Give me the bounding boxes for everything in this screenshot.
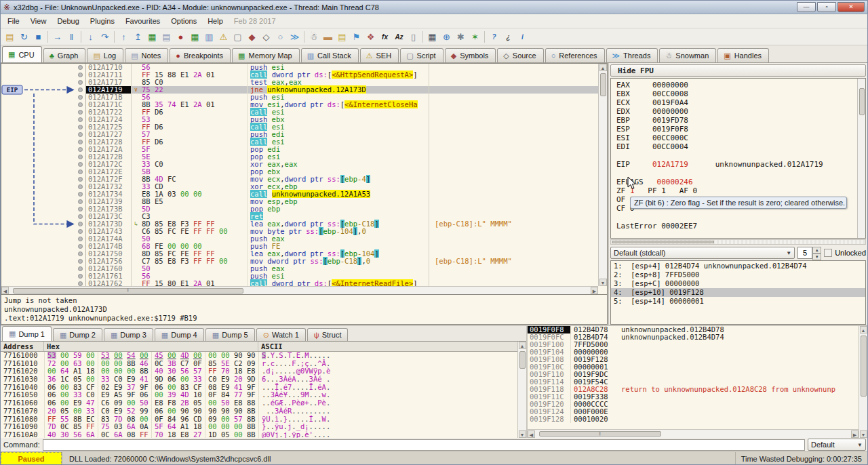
breakpoint-dot[interactable] [78, 73, 83, 77]
argument-row[interactable]: 1: [esp+4] 012B4D74 unknownunpacked.012B… [611, 262, 865, 270]
disasm-gutter[interactable] [1, 198, 86, 205]
menu-options[interactable]: Options [165, 15, 202, 27]
register-line[interactable]: EFLAGS 00000246 [616, 178, 865, 186]
register-line[interactable]: EBP 0019FD78 [616, 116, 865, 125]
registers-pane[interactable]: EAX 00000000EBX 00CC0008ECX 0019F0A4EDX … [610, 78, 866, 239]
stack-hscroll-thumb[interactable]: ⫼ [539, 431, 661, 437]
disasm-gutter[interactable] [1, 116, 86, 123]
stack-pane[interactable]: 0019F0F8012B4D78unknownunpacked.012B4D78… [528, 326, 867, 438]
disasm-gutter[interactable] [1, 243, 86, 250]
breakpoint-dot[interactable] [78, 192, 83, 197]
tab-log[interactable]: ▤Log [87, 48, 123, 62]
source-icon[interactable]: ◇ [259, 30, 273, 44]
restart-icon[interactable]: ↻ [17, 30, 31, 44]
memory-map-icon[interactable]: ▦ [188, 30, 202, 44]
register-line[interactable]: EBX 00CC0008 [616, 89, 865, 98]
settings-icon[interactable]: ✱ [454, 30, 468, 44]
disasm-gutter[interactable] [1, 258, 86, 265]
disasm-gutter[interactable] [1, 168, 86, 176]
breakpoint-dot[interactable] [78, 274, 83, 279]
attach-icon[interactable]: ▯ [406, 30, 420, 44]
tab-source[interactable]: ◇Source [497, 48, 543, 62]
seh-icon[interactable]: ⚠ [216, 30, 231, 44]
breakpoint-dot[interactable] [78, 266, 83, 271]
hex-dump-pane[interactable]: Address Hex ASCII 7716100053 00 59 0053 … [1, 342, 526, 438]
tab-dump-5[interactable]: ▦Dump 5 [205, 328, 255, 341]
disasm-gutter[interactable] [1, 64, 86, 71]
labels-icon[interactable]: ⚑ [349, 30, 363, 44]
scroll-left-icon[interactable]: ◀ [528, 430, 535, 438]
tab-cpu[interactable]: ▦CPU [2, 46, 42, 62]
breakpoint-dot[interactable] [78, 110, 83, 115]
spin-up-icon[interactable]: ▲ [812, 247, 821, 254]
breakpoint-dot[interactable] [78, 169, 83, 174]
args-count-stepper[interactable]: 5 ▲▼ [797, 247, 821, 259]
disasm-gutter[interactable] [1, 250, 86, 258]
breakpoint-dot[interactable] [78, 132, 83, 137]
shortcuts-icon[interactable]: ¿ [501, 30, 515, 44]
comments-icon[interactable]: ▤ [335, 30, 349, 44]
menu-help[interactable]: Help [202, 15, 229, 27]
breakpoint-dot[interactable] [78, 155, 83, 159]
breakpoint-dot[interactable] [78, 65, 83, 70]
close-button[interactable]: ✕ [837, 2, 865, 12]
tab-graph[interactable]: ♣Graph [43, 48, 86, 62]
breakpoint-dot[interactable] [78, 95, 83, 100]
register-line[interactable]: EAX 00000000 [616, 81, 865, 89]
breakpoint-dot[interactable] [78, 184, 83, 189]
tab-threads[interactable]: ≫Threads [606, 48, 658, 62]
register-line[interactable] [616, 213, 865, 222]
unlocked-checkbox[interactable] [824, 249, 832, 257]
register-line[interactable]: ECX 0019F0A4 [616, 98, 865, 107]
disasm-gutter[interactable] [1, 205, 86, 213]
breakpoint-dot[interactable] [78, 222, 83, 226]
tab-call-stack[interactable]: ▥Call Stack [301, 48, 359, 62]
minimize-button[interactable]: — [797, 2, 816, 12]
tab-dump-4[interactable]: ▦Dump 4 [155, 328, 204, 341]
menu-favourites[interactable]: Favourites [120, 15, 165, 27]
command-input[interactable] [43, 439, 805, 451]
breakpoint-dot[interactable] [78, 125, 83, 129]
execute-till-return-icon[interactable]: ↑ [117, 30, 131, 44]
disassembly-pane[interactable]: 012A171056push esi012A1711FF 15 88 E1 2A… [1, 63, 608, 295]
about-icon[interactable]: i [515, 30, 530, 44]
scroll-down-icon[interactable]: ▼ [519, 430, 526, 438]
script-icon[interactable]: ▢ [231, 30, 245, 44]
disasm-gutter[interactable] [1, 79, 86, 86]
breakpoint-dot[interactable] [78, 147, 83, 152]
disasm-gutter[interactable] [1, 94, 86, 101]
internet-icon[interactable]: ⊕ [439, 30, 454, 44]
tab-symbols[interactable]: ◆Symbols [445, 48, 496, 62]
breakpoint-dot[interactable] [78, 229, 83, 234]
dump-vscroll-thumb[interactable] [519, 351, 526, 369]
argument-row[interactable]: 2: [esp+8] 7FFD5000 [611, 270, 865, 279]
open-file-icon[interactable]: ▤ [3, 30, 17, 44]
breakpoint-dot[interactable] [78, 259, 83, 264]
menu-file[interactable]: File [2, 15, 25, 27]
breakpoint-dot[interactable] [78, 162, 83, 167]
functions-icon[interactable]: fx [378, 30, 392, 44]
tab-handles[interactable]: ▣Handles [717, 48, 769, 62]
calling-convention-select[interactable]: Default (stdcall)▼ [610, 247, 795, 259]
calculator-icon[interactable]: ▦ [425, 30, 439, 44]
disasm-gutter[interactable] [1, 131, 86, 138]
command-profile-select[interactable]: Default▼ [808, 439, 866, 451]
tab-references[interactable]: ○References [545, 48, 605, 62]
hide-fpu-button[interactable]: Hide FPU [610, 64, 866, 77]
breakpoint-dot[interactable] [78, 251, 83, 256]
stop-icon[interactable]: ■ [31, 30, 45, 44]
tab-script[interactable]: ▢Script [400, 48, 443, 62]
disasm-gutter[interactable] [1, 190, 86, 198]
breakpoint-dot[interactable] [78, 177, 83, 182]
menu-debug[interactable]: Debug [52, 15, 84, 27]
disasm-gutter[interactable] [1, 161, 86, 168]
breakpoint-dot[interactable] [78, 237, 83, 241]
threads-icon[interactable]: ≫ [288, 30, 302, 44]
scroll-right-icon[interactable]: ▶ [591, 287, 598, 294]
disasm-vertical-scrollbar[interactable]: ▲ ▼ [598, 64, 607, 286]
disasm-gutter[interactable] [1, 101, 86, 108]
tab-watch-1[interactable]: ⊙Watch 1 [256, 328, 306, 341]
strings-icon[interactable]: Az [392, 30, 406, 44]
tab-memory-map[interactable]: ▦Memory Map [232, 48, 300, 62]
maximize-button[interactable]: ▫ [817, 2, 836, 12]
